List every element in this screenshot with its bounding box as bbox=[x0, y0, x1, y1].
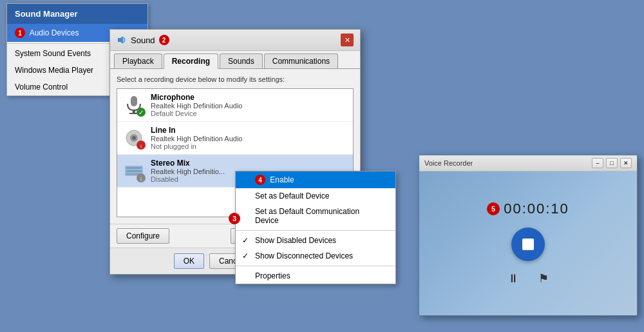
vr-titlebar: Voice Recorder – □ ✕ bbox=[419, 155, 637, 171]
vr-timer-row: 5 00:00:10 bbox=[487, 200, 569, 217]
sound-dialog-title-left: Sound 2 bbox=[117, 35, 172, 45]
svg-marker-0 bbox=[118, 36, 123, 44]
ctx-properties[interactable]: Properties bbox=[236, 268, 395, 284]
sound-dialog-title-text: Sound bbox=[131, 35, 155, 45]
badge-5: 5 bbox=[487, 202, 500, 215]
ctx-set-default-label: Set as Default Device bbox=[255, 191, 329, 200]
ctx-divider-1 bbox=[236, 230, 395, 231]
vr-timer: 00:00:10 bbox=[504, 200, 569, 217]
ctx-divider-2 bbox=[236, 266, 395, 266]
tab-communications[interactable]: Communications bbox=[264, 54, 338, 68]
context-menu: 4 Enable Set as Default Device Set as De… bbox=[235, 171, 396, 284]
vr-title: Voice Recorder bbox=[424, 159, 473, 167]
system-sound-events-label: System Sound Events bbox=[15, 49, 91, 58]
volume-control-label: Volume Control bbox=[15, 83, 68, 92]
ctx-show-disconnected-label: Show Disconnected Devices bbox=[255, 251, 353, 260]
tab-sounds[interactable]: Sounds bbox=[220, 54, 263, 68]
sound-dialog-titlebar: Sound 2 ✕ bbox=[110, 30, 360, 51]
microphone-desc: Realtek High Definition Audio bbox=[151, 102, 348, 110]
stereo-mix-name: Stereo Mix bbox=[151, 159, 348, 168]
svg-rect-1 bbox=[131, 96, 137, 106]
tab-recording[interactable]: Recording bbox=[164, 54, 218, 69]
svg-rect-2 bbox=[133, 110, 135, 113]
dialog-instruction: Select a recording device below to modif… bbox=[117, 75, 354, 83]
ctx-enable-label: Enable bbox=[270, 175, 294, 184]
speaker-icon bbox=[117, 35, 127, 45]
ctx-set-comm-default[interactable]: Set as Default Communication Device bbox=[236, 204, 395, 228]
badge-1: 1 bbox=[15, 28, 25, 38]
sound-dialog-close-button[interactable]: ✕ bbox=[341, 34, 354, 46]
ctx-show-disconnected[interactable]: ✓ Show Disconnected Devices bbox=[236, 248, 395, 264]
device-item-microphone[interactable]: ✓ Microphone Realtek High Definition Aud… bbox=[117, 89, 353, 122]
line-in-status: Not plugged in bbox=[151, 142, 348, 150]
badge-4: 4 bbox=[255, 175, 265, 185]
microphone-status-badge: ✓ bbox=[137, 108, 146, 117]
tab-sounds-label: Sounds bbox=[228, 57, 254, 66]
stereo-mix-icon: ↓ bbox=[122, 159, 146, 182]
line-in-name: Line In bbox=[151, 126, 348, 135]
windows-media-player-label: Windows Media Player bbox=[15, 66, 93, 75]
svg-rect-9 bbox=[126, 170, 142, 172]
tab-communications-label: Communications bbox=[272, 57, 330, 66]
audio-devices-label: Audio Devices bbox=[30, 28, 79, 37]
check-show-disconnected: ✓ bbox=[242, 251, 249, 260]
sound-manager-title: Sound Manager bbox=[7, 4, 147, 24]
tab-playback[interactable]: Playback bbox=[114, 54, 162, 68]
device-item-line-in[interactable]: ↓ Line In Realtek High Definition Audio … bbox=[117, 122, 353, 155]
line-in-desc: Realtek High Definition Audio bbox=[151, 135, 348, 142]
svg-rect-8 bbox=[126, 167, 142, 169]
svg-point-6 bbox=[132, 136, 136, 140]
ctx-set-default[interactable]: Set as Default Device bbox=[236, 188, 395, 204]
vr-minimize-button[interactable]: – bbox=[592, 158, 603, 168]
tab-playback-label: Playback bbox=[122, 57, 154, 66]
vr-close-button[interactable]: ✕ bbox=[620, 158, 632, 168]
ctx-enable[interactable]: 4 Enable bbox=[236, 171, 395, 188]
vr-window-controls: – □ ✕ bbox=[592, 158, 632, 168]
sound-manager-title-text: Sound Manager bbox=[15, 9, 78, 19]
vr-bottom-controls: ⏸ ⚑ bbox=[507, 271, 549, 286]
check-show-disabled: ✓ bbox=[242, 236, 249, 245]
voice-recorder-window: Voice Recorder – □ ✕ 5 00:00:10 ⏸ ⚑ bbox=[419, 155, 638, 316]
vr-maximize-button[interactable]: □ bbox=[606, 158, 618, 168]
vr-stop-icon bbox=[522, 239, 534, 250]
vr-pause-button[interactable]: ⏸ bbox=[507, 272, 519, 286]
ok-label: OK bbox=[184, 257, 194, 266]
tab-recording-label: Recording bbox=[172, 57, 210, 66]
microphone-status: Default Device bbox=[151, 110, 348, 117]
ctx-properties-label: Properties bbox=[255, 271, 290, 280]
configure-label: Configure bbox=[126, 231, 160, 240]
sound-dialog-tabs: Playback Recording Sounds Communications bbox=[110, 51, 360, 69]
vr-content: 5 00:00:10 ⏸ ⚑ bbox=[419, 171, 637, 315]
line-in-status-badge: ↓ bbox=[137, 141, 146, 150]
vr-stop-button[interactable] bbox=[511, 228, 545, 261]
microphone-name: Microphone bbox=[151, 93, 348, 102]
ok-button[interactable]: OK bbox=[174, 253, 204, 269]
ctx-show-disabled-label: Show Disabled Devices bbox=[255, 236, 336, 245]
microphone-info: Microphone Realtek High Definition Audio… bbox=[151, 93, 348, 117]
ctx-show-disabled[interactable]: ✓ Show Disabled Devices bbox=[236, 233, 395, 248]
microphone-icon: ✓ bbox=[122, 93, 146, 117]
configure-button[interactable]: Configure bbox=[117, 228, 169, 244]
badge-2: 2 bbox=[159, 35, 169, 45]
ctx-set-comm-default-label: Set as Default Communication Device bbox=[255, 207, 359, 225]
stereo-mix-status-badge: ↓ bbox=[137, 173, 146, 182]
line-in-info: Line In Realtek High Definition Audio No… bbox=[151, 126, 348, 150]
line-in-icon: ↓ bbox=[122, 126, 146, 150]
vr-bookmark-button[interactable]: ⚑ bbox=[538, 271, 549, 286]
